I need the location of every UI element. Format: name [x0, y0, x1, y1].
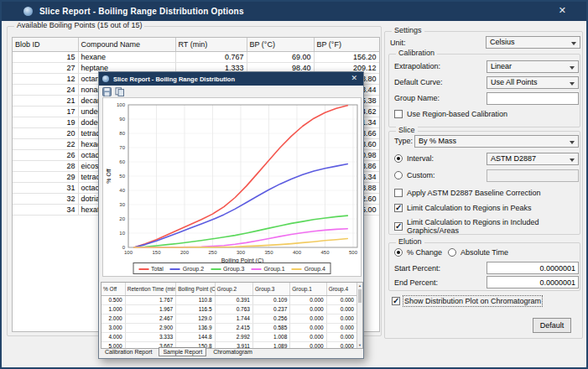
col-boiling-point[interactable]: Boiling Point (C) — [176, 283, 215, 295]
group-name-label: Group Name: — [394, 94, 440, 102]
cell: 0.237 — [252, 304, 289, 314]
cell: 34 — [13, 204, 78, 215]
cell: 1.744 — [215, 314, 252, 323]
svg-text:80: 80 — [119, 131, 125, 136]
extrapolation-combo[interactable]: Linear — [487, 60, 579, 73]
cell: 15 — [13, 51, 78, 62]
unit-label: Unit: — [390, 39, 406, 47]
limit-graphics-checkbox[interactable]: Limit Calculation to Regions in Included… — [394, 218, 580, 235]
cell: 2.467 — [125, 314, 175, 323]
dialog-titlebar[interactable]: Slice Report - Boiling Range Distributio… — [99, 72, 363, 86]
svg-text:350: 350 — [264, 250, 273, 255]
table-row[interactable]: 0.5001.767110.80.3910.1090.0000.000 — [101, 295, 357, 304]
tab-chromatogram[interactable]: Chromatogram — [209, 347, 257, 356]
cell: 0.391 — [215, 295, 252, 304]
default-curve-combo[interactable]: Use All Points — [487, 76, 579, 89]
tab-calibration-report[interactable]: Calibration Report — [101, 347, 156, 356]
col-bp-c[interactable]: BP (°C) — [247, 38, 314, 51]
checkbox-box[interactable] — [392, 297, 400, 305]
col-compound-name[interactable]: Compound Name — [78, 38, 175, 51]
default-button[interactable]: Default — [533, 318, 571, 333]
interval-combo[interactable]: ASTM D2887 — [487, 153, 579, 165]
interval-radio[interactable] — [394, 154, 403, 163]
cell: 0.000 — [290, 314, 326, 323]
group-name-field[interactable] — [487, 92, 579, 105]
show-plot-checkbox[interactable]: Show Distribution Plot on Chromatogram — [392, 297, 541, 305]
cell: 2.900 — [125, 323, 175, 332]
col-group2[interactable]: Group.2 — [215, 283, 252, 295]
region-calibration-checkbox[interactable]: Use Region-based Calibration — [394, 110, 507, 118]
custom-radio-row[interactable]: Custom: — [394, 171, 435, 179]
custom-field — [487, 169, 579, 182]
cell: 0.000 — [290, 341, 326, 349]
absolute-time-radio-row[interactable]: Absolute Time — [448, 248, 508, 257]
cell: 0.000 — [290, 304, 326, 314]
cell: 69.00 — [247, 51, 314, 62]
extrapolation-label: Extrapolation: — [394, 62, 440, 70]
table-row[interactable]: 15hexane0.76769.00156.20 — [13, 51, 379, 62]
legend-label: Group.1 — [263, 266, 284, 272]
table-row[interactable]: 4.0003.333144.82.9921.0080.0000.000 — [101, 332, 357, 341]
checkbox-box[interactable] — [394, 110, 403, 118]
checkbox-box[interactable] — [394, 189, 403, 197]
unit-combo[interactable]: Celsius — [486, 36, 580, 49]
absolute-time-radio[interactable] — [448, 248, 456, 257]
chart-legend: TotalGroup.2Group.3Group.1Group.4 — [133, 262, 331, 274]
checkbox-box[interactable] — [394, 204, 403, 212]
checkbox-label: Show Distribution Plot on Chromatogram — [404, 297, 541, 305]
col-pct-off[interactable]: % Off — [101, 283, 125, 295]
cell: 17 — [13, 106, 78, 117]
slice-table-header: % Off Retention Time (min) Boiling Point… — [101, 283, 357, 295]
legend-item: Group.4 — [292, 266, 325, 272]
custom-radio[interactable] — [394, 171, 403, 179]
radio-label: Absolute Time — [461, 248, 508, 257]
col-group4[interactable]: Group.4 — [326, 283, 356, 295]
cell: 110.8 — [176, 295, 215, 304]
window-titlebar[interactable]: Slice Report - Boiling Range Distributio… — [2, 2, 586, 21]
col-group3[interactable]: Group.3 — [252, 283, 289, 295]
limit-peaks-checkbox[interactable]: Limit Calculation to Regions in Peaks — [394, 204, 532, 212]
cell: 0.000 — [326, 304, 356, 314]
table-row[interactable]: 1.0001.967116.50.7630.2370.0000.000 — [101, 304, 357, 314]
scroll-up-icon[interactable]: ▲ — [357, 283, 362, 288]
cell: 3.333 — [125, 332, 175, 341]
copy-icon[interactable] — [115, 87, 125, 96]
report-tabs: Calibration ReportSample ReportChromatog… — [101, 346, 257, 357]
checkbox-box[interactable] — [394, 222, 403, 231]
col-group1[interactable]: Group.1 — [290, 283, 326, 295]
scrollbar-thumb[interactable] — [358, 289, 362, 303]
percent-change-radio[interactable] — [394, 248, 403, 257]
col-blob-id[interactable]: Blob ID — [13, 38, 78, 51]
cell: 1.767 — [125, 295, 175, 304]
slice-report-table[interactable]: % Off Retention Time (min) Boiling Point… — [101, 282, 363, 349]
scroll-down-icon[interactable]: ▼ — [357, 343, 362, 347]
cell: 32 — [13, 193, 78, 204]
cell: 1.000 — [101, 304, 125, 314]
cell: 22 — [13, 138, 78, 149]
svg-text:50: 50 — [119, 174, 125, 179]
table-row[interactable]: 3.0002.900136.92.4150.5850.0000.000 — [101, 323, 357, 332]
dialog-close-icon[interactable]: ✕ — [351, 74, 357, 82]
settings-group: Settings Unit: Celsius Calibration Extra… — [384, 31, 583, 339]
cell: 0.000 — [290, 323, 326, 332]
col-retention-time[interactable]: Retention Time (min) — [125, 283, 175, 295]
cell: 0.000 — [326, 314, 356, 323]
type-combo[interactable]: By % Mass — [414, 135, 579, 148]
end-percent-field[interactable] — [487, 276, 579, 288]
table-row[interactable]: 2.0002.467129.01.7440.2560.0000.000 — [101, 314, 357, 323]
save-icon[interactable] — [102, 87, 112, 96]
cell: 0.109 — [252, 295, 289, 304]
legend-label: Group.2 — [183, 266, 204, 272]
start-percent-field[interactable] — [487, 262, 579, 274]
cell: 0.000 — [326, 323, 356, 332]
col-bp-f[interactable]: BP (°F) — [314, 38, 379, 51]
percent-change-radio-row[interactable]: % Change — [394, 248, 442, 257]
tab-sample-report[interactable]: Sample Report — [159, 347, 206, 356]
table-scrollbar[interactable]: ▲ ▼ — [356, 283, 362, 348]
close-icon[interactable]: ✕ — [559, 5, 566, 16]
col-rt-min[interactable]: RT (min) — [175, 38, 247, 51]
svg-text:20: 20 — [119, 216, 125, 221]
baseline-correction-checkbox[interactable]: Apply ASTM D2887 Baseline Correction — [394, 189, 541, 197]
cell: 0.000 — [326, 341, 356, 349]
interval-radio-row[interactable]: Interval: — [394, 154, 434, 163]
